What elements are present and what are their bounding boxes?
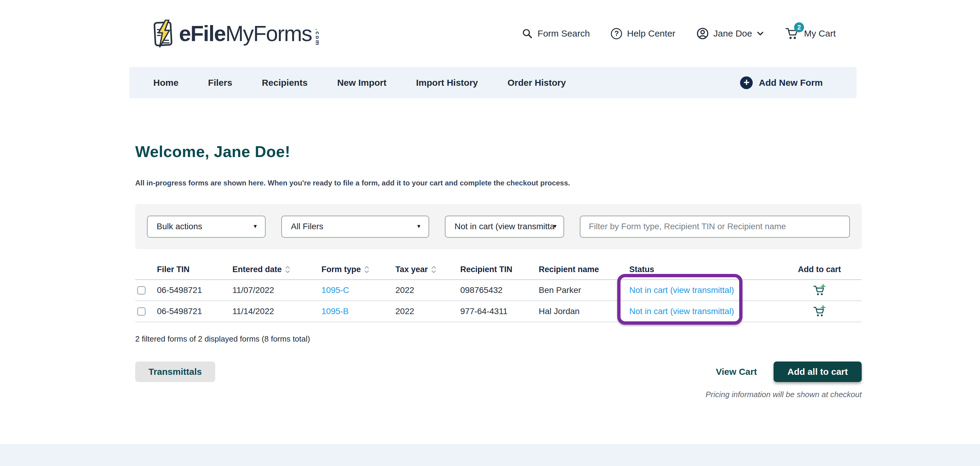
- clipboard-lightning-icon: [153, 20, 173, 48]
- cell-entered-date: 11/14/2022: [229, 306, 318, 316]
- caret-down-icon: ▼: [552, 223, 557, 230]
- chevron-down-icon: [757, 31, 764, 36]
- col-filer-tin: Filer TIN: [154, 265, 229, 274]
- col-recipient-tin: Recipient TIN: [457, 265, 536, 274]
- sort-icon: [285, 265, 290, 274]
- row-checkbox[interactable]: [137, 286, 145, 294]
- nav-new-import[interactable]: New Import: [337, 78, 386, 88]
- cell-filer-tin: 06-5498721: [154, 286, 229, 295]
- sort-icon: [364, 265, 369, 274]
- add-new-form-button[interactable]: + Add New Form: [740, 77, 823, 89]
- nav-recipients[interactable]: Recipients: [262, 78, 307, 88]
- col-tax-year[interactable]: Tax year: [392, 265, 457, 274]
- help-center-link[interactable]: ? Help Center: [611, 28, 675, 39]
- page-description: All in-progress forms are shown here. Wh…: [135, 179, 862, 187]
- cart-plus-icon: [813, 305, 826, 318]
- main-content: Welcome, Jane Doe! All in-progress forms…: [135, 142, 862, 399]
- cart-icon-wrap: 2: [785, 27, 799, 40]
- cart-badge: 2: [794, 22, 804, 32]
- status-link[interactable]: Not in cart (view transmittal): [629, 306, 734, 316]
- add-to-cart-button[interactable]: [813, 284, 826, 296]
- page-title: Welcome, Jane Doe!: [135, 142, 862, 161]
- actions-bar: Transmittals View Cart Add all to cart: [135, 362, 862, 382]
- sort-icon: [431, 265, 436, 274]
- cell-recipient-tin: 977-64-4311: [457, 306, 536, 316]
- logo[interactable]: eFileMyForms .com: [153, 20, 321, 48]
- add-all-to-cart-button[interactable]: Add all to cart: [773, 362, 862, 382]
- header-links: Form Search ? Help Center Jane Doe: [522, 27, 836, 40]
- nav-filers[interactable]: Filers: [208, 78, 232, 88]
- status-filter-select[interactable]: Not in cart (view transmittal ▼: [445, 215, 564, 238]
- search-icon: [522, 28, 533, 39]
- actions-right: View Cart Add all to cart: [716, 362, 862, 382]
- help-center-label: Help Center: [627, 29, 675, 39]
- page: eFileMyForms .com Form Search ? Help Cen…: [0, 0, 980, 399]
- table-header-row: Filer TIN Entered date Form type: [135, 260, 862, 280]
- status-link[interactable]: Not in cart (view transmittal): [629, 286, 734, 295]
- user-icon: [697, 27, 709, 40]
- logo-text-regular: MyForms: [226, 21, 312, 46]
- form-type-link[interactable]: 1095-C: [321, 286, 349, 295]
- page-footer: [0, 444, 980, 466]
- caret-down-icon: ▼: [416, 223, 422, 230]
- form-search-label: Form Search: [538, 29, 590, 39]
- pricing-note: Pricing information will be shown at che…: [135, 390, 862, 399]
- user-menu[interactable]: Jane Doe: [697, 27, 764, 40]
- logo-text-bold: eFile: [179, 21, 226, 46]
- logo-text-suffix: .com: [314, 29, 321, 46]
- cell-filer-tin: 06-5498721: [154, 306, 229, 316]
- cell-tax-year: 2022: [392, 306, 457, 316]
- form-type-link[interactable]: 1095-B: [321, 306, 348, 316]
- top-header: eFileMyForms .com Form Search ? Help Cen…: [0, 0, 980, 67]
- cell-entered-date: 11/07/2022: [229, 286, 318, 295]
- nav-order-history[interactable]: Order History: [508, 78, 566, 88]
- user-name-label: Jane Doe: [713, 29, 752, 39]
- nav-home[interactable]: Home: [153, 78, 178, 88]
- bulk-actions-select[interactable]: Bulk actions ▼: [147, 215, 266, 238]
- filter-panel: Bulk actions ▼ All Filers ▼ Not in cart …: [135, 204, 862, 249]
- add-new-form-label: Add New Form: [759, 78, 823, 88]
- col-entered-date[interactable]: Entered date: [229, 265, 318, 274]
- cart-plus-icon: [813, 284, 826, 296]
- cell-recipient-name: Ben Parker: [536, 286, 626, 295]
- help-icon: ?: [611, 28, 622, 39]
- row-checkbox[interactable]: [137, 308, 145, 316]
- plus-circle-icon: +: [740, 77, 753, 89]
- nav-import-history[interactable]: Import History: [416, 78, 478, 88]
- col-form-type[interactable]: Form type: [318, 265, 392, 274]
- logo-text: eFileMyForms .com: [179, 21, 321, 46]
- results-summary: 2 filtered forms of 2 displayed forms (8…: [135, 334, 862, 344]
- my-cart-link[interactable]: 2 My Cart: [785, 27, 836, 40]
- col-status: Status: [626, 265, 777, 274]
- table-row: 06-5498721 11/14/2022 1095-B 2022 977-64…: [135, 301, 862, 322]
- col-add-to-cart: Add to cart: [777, 265, 862, 274]
- transmittals-button[interactable]: Transmittals: [135, 362, 215, 382]
- filers-select[interactable]: All Filers ▼: [281, 215, 429, 238]
- view-cart-link[interactable]: View Cart: [716, 367, 757, 377]
- cell-recipient-tin: 098765432: [457, 286, 536, 295]
- filter-search-input[interactable]: [580, 215, 850, 238]
- table-row: 06-5498721 11/07/2022 1095-C 2022 098765…: [135, 280, 862, 301]
- add-to-cart-button[interactable]: [813, 305, 826, 318]
- cell-recipient-name: Hal Jordan: [536, 306, 626, 316]
- cell-tax-year: 2022: [392, 286, 457, 295]
- form-search-link[interactable]: Form Search: [522, 28, 590, 39]
- forms-table: Filer TIN Entered date Form type: [135, 260, 862, 322]
- caret-down-icon: ▼: [253, 223, 258, 230]
- col-recipient-name: Recipient name: [536, 265, 626, 274]
- my-cart-label: My Cart: [804, 29, 836, 39]
- main-nav: Home Filers Recipients New Import Import…: [129, 67, 857, 98]
